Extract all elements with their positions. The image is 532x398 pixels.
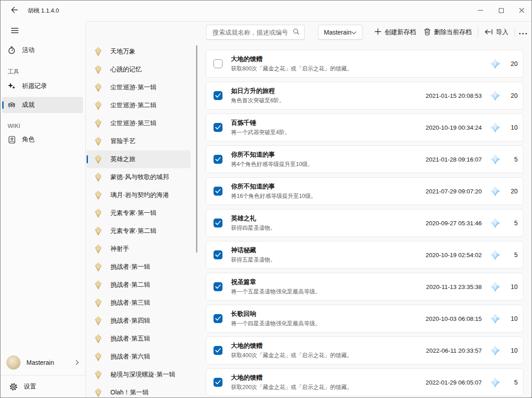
category-item[interactable]: 天地万象 <box>87 43 191 61</box>
minimize-button[interactable] <box>470 0 491 21</box>
primogem-icon <box>490 377 501 388</box>
achievement-text: 你所不知道的事 将4个角色好感等级提升至10级。 <box>231 151 426 168</box>
category-label: 尘世巡游·第三辑 <box>110 119 157 127</box>
category-label: 挑战者·第二辑 <box>110 281 150 289</box>
achievement-timestamp: 2020-10-19 02:54:02 <box>426 252 482 258</box>
sidebar-item-label: 活动 <box>22 46 35 54</box>
checkmark-icon <box>215 251 221 259</box>
achievement-card: 你所不知道的事 将16个角色好感等级提升至10级。 2021-07-29 09:… <box>206 177 523 205</box>
achievement-timestamp: 2020-10-03 06:08:15 <box>426 315 482 322</box>
category-item[interactable]: 蒙德·风与牧歌的城邦 <box>87 168 191 186</box>
achievement-description: 获取800次「藏金之花」或「启示之花」的馈藏。 <box>231 65 482 73</box>
primogem-icon <box>490 122 501 133</box>
settings-label: 设置 <box>24 383 36 391</box>
sidebar-footer: Masterain 设置 <box>0 351 85 398</box>
primogem-icon <box>490 154 501 165</box>
sidebar-item-characters[interactable]: 角色 <box>2 131 83 148</box>
category-label: 尘世巡游·第二辑 <box>110 101 157 109</box>
hamburger-icon <box>11 27 18 35</box>
create-archive-label: 创建新存档 <box>384 28 416 36</box>
category-emblem-icon <box>92 82 104 93</box>
import-label: 导入 <box>496 28 508 36</box>
achievement-text: 祝圣篇章 将一个五星圣遗物强化至最高等级。 <box>231 278 426 296</box>
category-emblem-icon <box>92 333 104 345</box>
achievement-points: 20 <box>506 60 518 67</box>
search-input[interactable] <box>212 28 293 36</box>
maximize-button[interactable] <box>491 0 511 21</box>
category-item[interactable]: 挑战者·第二辑 <box>87 276 191 294</box>
archive-selector[interactable]: Masterain <box>318 25 362 40</box>
achievement-points: 5 <box>506 379 518 386</box>
wish-history-icon <box>7 82 16 90</box>
import-button[interactable]: 导入 <box>480 25 512 40</box>
category-emblem-icon <box>92 387 104 398</box>
sidebar-item-settings[interactable]: 设置 <box>0 376 85 397</box>
sidebar-item-wish-history[interactable]: 祈愿记录 <box>2 78 83 94</box>
category-item[interactable]: 元素专家·第二辑 <box>87 222 191 240</box>
achievement-text: 神话秘藏 获得五星圣遗物。 <box>231 246 426 264</box>
category-item[interactable]: 心跳的记忆 <box>87 61 191 79</box>
achievement-checkbox[interactable] <box>214 282 222 291</box>
achievement-card: 大地的馈赠 获取800次「藏金之花」或「启示之花」的馈藏。 20 <box>206 50 523 78</box>
achievement-title: 祝圣篇章 <box>231 278 426 286</box>
achievement-checkbox[interactable] <box>214 219 222 227</box>
category-item[interactable]: 挑战者·第六辑 <box>87 348 191 366</box>
category-item[interactable]: 元素专家·第一辑 <box>87 204 191 222</box>
category-item[interactable]: 挑战者·第五辑 <box>87 330 191 348</box>
more-options-button[interactable] <box>517 25 528 40</box>
sidebar-item-achievements[interactable]: 成就 <box>2 97 83 113</box>
achievement-title: 如日方升的旅程 <box>231 87 426 95</box>
achievement-card: 英雄之礼 获得四星圣遗物。 2020-09-27 05:31:46 5 <box>206 209 523 237</box>
achievement-timestamp: 2021-07-29 09:07:20 <box>426 188 482 195</box>
category-emblem-icon <box>92 207 104 219</box>
divider <box>478 27 478 37</box>
chevron-down-icon <box>351 29 357 36</box>
category-scrollbar[interactable] <box>196 45 197 253</box>
category-label: 蒙德·风与牧歌的城邦 <box>110 173 169 181</box>
category-item[interactable]: 神射手 <box>87 240 191 258</box>
category-item[interactable]: Olah！第一辑 <box>87 384 191 398</box>
achievement-checkbox[interactable] <box>214 91 222 100</box>
category-emblem-icon <box>92 64 104 75</box>
category-item[interactable]: 挑战者·第四辑 <box>87 312 191 330</box>
category-label: 挑战者·第六辑 <box>110 353 150 361</box>
user-account-button[interactable]: Masterain <box>0 351 85 374</box>
achievement-checkbox[interactable] <box>214 346 222 355</box>
achievement-timestamp: 2021-01-28 09:16:07 <box>426 156 482 163</box>
achievement-checkbox[interactable] <box>214 155 222 164</box>
category-item[interactable]: 尘世巡游·第二辑 <box>87 96 191 114</box>
achievement-checkbox[interactable] <box>214 314 222 323</box>
achievement-description: 角色首次突破至6阶。 <box>231 97 426 105</box>
achievement-card: 神话秘藏 获得五星圣遗物。 2020-10-19 02:54:02 5 <box>206 241 523 269</box>
category-item[interactable]: 尘世巡游·第一辑 <box>87 79 191 96</box>
achievement-checkbox[interactable] <box>214 59 222 68</box>
achievement-checkbox[interactable] <box>214 378 222 387</box>
back-button[interactable] <box>7 4 22 17</box>
delete-archive-button[interactable]: 删除当前存档 <box>420 25 475 40</box>
hamburger-button[interactable] <box>6 24 24 39</box>
checkmark-icon <box>215 187 221 195</box>
primogem-icon <box>490 58 501 69</box>
achievement-checkbox[interactable] <box>214 250 222 259</box>
category-label: 挑战者·第四辑 <box>110 317 150 325</box>
achievement-points: 20 <box>506 92 518 99</box>
category-label: 天地万象 <box>110 48 135 56</box>
create-archive-button[interactable]: 创建新存档 <box>371 25 420 40</box>
achievement-timestamp: 2020-09-27 05:31:46 <box>426 220 482 227</box>
achievement-checkbox[interactable] <box>214 187 222 196</box>
checkmark-icon <box>215 219 221 227</box>
category-item[interactable]: 英雄之旅 <box>87 150 191 168</box>
achievement-checkbox[interactable] <box>214 123 222 132</box>
import-icon <box>484 29 493 36</box>
category-item[interactable]: 尘世巡游·第三辑 <box>87 114 191 132</box>
category-item[interactable]: 秘境与深境螺旋·第一辑 <box>87 366 191 384</box>
close-button[interactable] <box>511 0 532 21</box>
sidebar-item-activity[interactable]: 活动 <box>2 42 83 58</box>
category-item[interactable]: 冒险手艺 <box>87 132 191 150</box>
category-emblem-icon <box>92 118 104 129</box>
category-item[interactable]: 挑战者·第一辑 <box>87 258 191 276</box>
checkmark-icon <box>215 378 221 386</box>
category-item[interactable]: 挑战者·第三辑 <box>87 294 191 312</box>
achievement-description: 获取200次「藏金之花」或「启示之花」的馈藏。 <box>231 384 426 391</box>
category-item[interactable]: 璃月·岩与契约的海港 <box>87 186 191 204</box>
